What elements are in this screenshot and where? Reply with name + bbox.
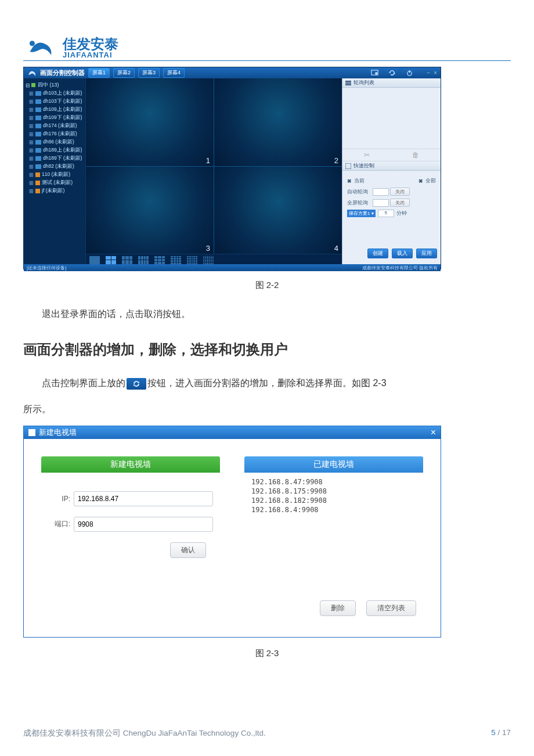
brand-logo-icon <box>23 35 58 60</box>
close-button[interactable]: 关闭 <box>390 188 410 196</box>
expand-icon[interactable]: ⊞ <box>29 180 34 186</box>
expand-icon[interactable]: ⊞ <box>29 115 34 121</box>
expand-icon[interactable]: ⊞ <box>29 123 34 129</box>
expand-icon[interactable]: ⊞ <box>29 172 34 178</box>
tree-item[interactable]: ⊞dh109上 (未刷新) <box>29 106 84 113</box>
svg-rect-6 <box>345 82 351 84</box>
svg-rect-7 <box>345 84 351 85</box>
tree-item[interactable]: ⊞dh103下 (未刷新) <box>29 98 84 105</box>
tree-item[interactable]: ⊞dh174 (未刷新) <box>29 123 84 129</box>
minute-label: 分钟 <box>396 210 407 217</box>
expand-icon[interactable]: ⊞ <box>29 147 34 153</box>
close-button[interactable]: 关闭 <box>390 199 410 207</box>
delete-button[interactable]: 删除 <box>320 600 356 616</box>
ip-input[interactable] <box>74 491 213 506</box>
device-icon <box>35 172 40 177</box>
close-icon[interactable]: × <box>431 427 436 438</box>
close-icon[interactable]: ✖ <box>418 178 423 184</box>
qc-global[interactable]: 全部 <box>425 177 436 185</box>
dialog-titlebar: 新建电视墙 × <box>24 426 441 439</box>
layout-8-icon[interactable] <box>138 256 149 264</box>
list-item[interactable]: 192.168.8.4:9908 <box>251 505 416 514</box>
apply-button[interactable]: 应用 <box>416 249 437 258</box>
video-pane-1[interactable]: 1 <box>86 78 214 166</box>
tab-screen4[interactable]: 屏幕4 <box>163 68 185 78</box>
tab-screen2[interactable]: 屏幕2 <box>113 68 135 78</box>
expand-icon[interactable]: ⊞ <box>29 139 34 145</box>
refresh-icon[interactable] <box>386 69 398 77</box>
expand-icon[interactable]: ⊞ <box>29 188 34 194</box>
trash-icon[interactable]: 🗑 <box>412 151 419 159</box>
new-tvwall-dialog: 新建电视墙 × 新建电视墙 IP: 端口: 确认 <box>23 426 441 638</box>
layout-25-icon[interactable] <box>187 256 197 264</box>
video-grid[interactable]: 1 2 3 4 <box>86 78 342 254</box>
expand-icon[interactable]: ⊞ <box>29 107 34 113</box>
collapse-icon[interactable]: ⊟ <box>26 82 30 88</box>
video-pane-3[interactable]: 3 <box>86 167 214 254</box>
confirm-button[interactable]: 确认 <box>170 542 206 558</box>
video-pane-4[interactable]: 4 <box>214 167 342 254</box>
video-pane-2[interactable]: 2 <box>214 78 342 166</box>
layout-1-icon[interactable] <box>89 256 100 264</box>
brand-name-en: JIAFAANTAI <box>63 51 118 59</box>
tree-item[interactable]: ⊞jf (未刷新) <box>29 188 84 195</box>
clear-list-button[interactable]: 清空列表 <box>366 600 416 616</box>
layout-toolbar <box>86 254 342 265</box>
expand-icon[interactable]: ⊞ <box>29 91 34 96</box>
port-input[interactable] <box>74 517 213 532</box>
tree-item[interactable]: ⊞dh109下 (未刷新) <box>29 114 84 121</box>
svg-rect-2 <box>375 73 377 75</box>
tab-screen3[interactable]: 屏幕3 <box>138 68 160 78</box>
status-left: [还未连接任何设备] <box>27 265 66 271</box>
expand-icon[interactable]: ⊞ <box>29 156 34 161</box>
tree-item[interactable]: ⊞测试 (未刷新) <box>29 179 84 186</box>
group-icon <box>31 83 35 87</box>
layout-4-icon[interactable] <box>106 256 116 264</box>
existing-list[interactable]: 192.168.8.47:9908192.168.8.175:9908192.1… <box>244 473 423 596</box>
loop-list[interactable] <box>342 88 441 149</box>
window-minimize[interactable]: − <box>427 70 430 76</box>
tree-item[interactable]: ⊞dh82 (未刷新) <box>29 163 84 170</box>
window-close[interactable]: × <box>434 70 437 76</box>
camera-icon <box>35 132 41 136</box>
auto-loop-label: 自动轮询 <box>347 188 368 196</box>
scheme-select[interactable]: 保存方案1 ▾ <box>347 210 376 217</box>
camera-icon <box>35 148 41 153</box>
list-item[interactable]: 192.168.8.175:9908 <box>251 487 416 496</box>
tree-item[interactable]: ⊞dh176 (未刷新) <box>29 131 84 138</box>
existing-tvwall-panel: 已建电视墙 192.168.8.47:9908192.168.8.175:990… <box>244 456 423 616</box>
layout-36-icon[interactable] <box>203 256 214 264</box>
app-logo-icon <box>27 69 37 78</box>
right-panel: 轮询列表 ✂ 🗑 快速控制 ✖当前 ✖全部 <box>342 78 441 265</box>
camera-icon <box>35 99 41 104</box>
import-button[interactable]: 载入 <box>392 249 413 258</box>
power-icon[interactable] <box>403 69 415 77</box>
tree-item[interactable]: ⊞dh86 (未刷新) <box>29 139 84 146</box>
interval-input[interactable]: 5 <box>378 210 394 217</box>
device-tree[interactable]: ⊟ 四中 (13) ⊞dh103上 (未刷新)⊞dh103下 (未刷新)⊞dh1… <box>24 78 86 265</box>
display-icon[interactable] <box>369 69 380 77</box>
tree-root-label: 四中 (13) <box>38 81 59 89</box>
expand-icon[interactable]: ⊞ <box>29 164 34 170</box>
tree-item-label: dh176 (未刷新) <box>43 131 77 138</box>
expand-icon[interactable]: ⊞ <box>29 131 34 137</box>
device-icon <box>35 189 40 193</box>
tree-item[interactable]: ⊞dh189上 (未刷新) <box>29 147 84 154</box>
page-number: 5 / 17 <box>491 728 511 739</box>
create-button[interactable]: 创建 <box>367 249 388 258</box>
tree-item[interactable]: ⊞110 (未刷新) <box>29 171 84 178</box>
expand-icon[interactable]: ⊞ <box>29 99 34 105</box>
tree-root[interactable]: ⊟ 四中 (13) <box>26 81 84 89</box>
list-item[interactable]: 192.168.8.182:9908 <box>251 496 416 505</box>
tab-screen1[interactable]: 屏幕1 <box>88 68 110 78</box>
close-icon[interactable]: ✖ <box>347 178 352 184</box>
qc-current[interactable]: 当前 <box>354 177 365 185</box>
list-item[interactable]: 192.168.8.47:9908 <box>251 477 416 487</box>
tree-item[interactable]: ⊞dh189下 (未刷新) <box>29 155 84 162</box>
tree-item[interactable]: ⊞dh103上 (未刷新) <box>29 90 84 97</box>
layout-16-icon[interactable] <box>171 256 181 264</box>
footer-company: 成都佳发安泰科技有限公司 ChengDu JiaFaAnTai Technolo… <box>23 728 266 739</box>
layout-9-icon[interactable] <box>154 256 165 264</box>
scissors-icon[interactable]: ✂ <box>364 151 370 159</box>
layout-6-icon[interactable] <box>122 256 132 264</box>
